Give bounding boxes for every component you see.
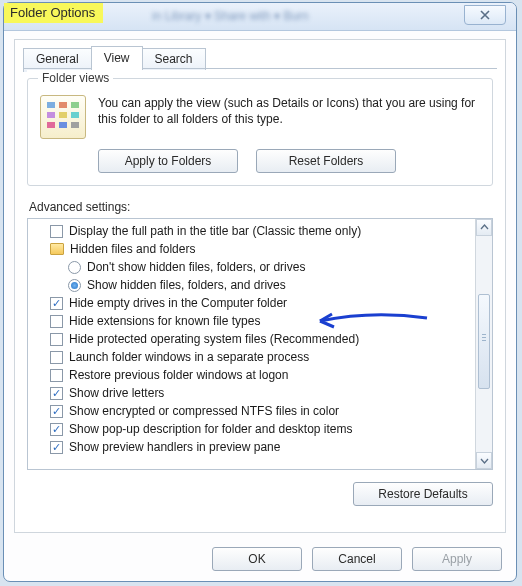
apply-button[interactable]: Apply — [412, 547, 502, 571]
list-item-label: Display the full path in the title bar (… — [69, 224, 361, 238]
list-item[interactable]: Hidden files and folders — [32, 240, 471, 258]
list-item[interactable]: Restore previous folder windows at logon — [32, 366, 471, 384]
list-item[interactable]: Hide protected operating system files (R… — [32, 330, 471, 348]
dialog-footer: OK Cancel Apply — [212, 547, 502, 571]
list-item-label: Restore previous folder windows at logon — [69, 368, 288, 382]
list-item[interactable]: Display the full path in the title bar (… — [32, 222, 471, 240]
window-title: Folder Options — [4, 3, 103, 23]
chevron-up-icon — [480, 223, 489, 232]
list-item-label: Show pop-up description for folder and d… — [69, 422, 353, 436]
chevron-down-icon — [480, 456, 489, 465]
folder-views-legend: Folder views — [38, 71, 113, 85]
radio-icon[interactable] — [68, 261, 81, 274]
list-item[interactable]: Show hidden files, folders, and drives — [32, 276, 471, 294]
list-item-label: Hide empty drives in the Computer folder — [69, 296, 287, 310]
folder-views-group: Folder views You can apply the view (suc… — [27, 78, 493, 186]
title-bar: Folder Options in Library ▾ Share with ▾… — [4, 3, 516, 31]
checkbox-icon[interactable] — [50, 297, 63, 310]
tab-view[interactable]: View — [91, 46, 143, 70]
scroll-up-button[interactable] — [476, 219, 492, 236]
checkbox-icon[interactable] — [50, 225, 63, 238]
checkbox-icon[interactable] — [50, 333, 63, 346]
folder-icon — [50, 243, 64, 255]
list-item[interactable]: Hide extensions for known file types — [32, 312, 471, 330]
advanced-settings-label: Advanced settings: — [29, 200, 493, 214]
checkbox-icon[interactable] — [50, 315, 63, 328]
dialog-window: Folder Options in Library ▾ Share with ▾… — [3, 2, 517, 582]
client-area: General View Search Folder views You can… — [14, 39, 506, 533]
checkbox-icon[interactable] — [50, 351, 63, 364]
checkbox-icon[interactable] — [50, 441, 63, 454]
tab-strip: General View Search — [23, 46, 205, 70]
list-item[interactable]: Don't show hidden files, folders, or dri… — [32, 258, 471, 276]
checkbox-icon[interactable] — [50, 369, 63, 382]
cancel-button[interactable]: Cancel — [312, 547, 402, 571]
list-item-label: Launch folder windows in a separate proc… — [69, 350, 309, 364]
folder-views-icon — [40, 95, 86, 139]
list-item[interactable]: Show preview handlers in preview pane — [32, 438, 471, 456]
radio-icon[interactable] — [68, 279, 81, 292]
tab-panel-view: Folder views You can apply the view (suc… — [27, 70, 493, 482]
folder-views-description: You can apply the view (such as Details … — [98, 95, 480, 127]
list-item[interactable]: Show encrypted or compressed NTFS files … — [32, 402, 471, 420]
list-item[interactable]: Hide empty drives in the Computer folder — [32, 294, 471, 312]
list-item-label: Don't show hidden files, folders, or dri… — [87, 260, 305, 274]
checkbox-icon[interactable] — [50, 405, 63, 418]
list-item-label: Show drive letters — [69, 386, 164, 400]
close-icon — [479, 9, 491, 21]
list-item-label: Show hidden files, folders, and drives — [87, 278, 286, 292]
list-item-label: Show encrypted or compressed NTFS files … — [69, 404, 339, 418]
close-button[interactable] — [464, 5, 506, 25]
list-item[interactable]: Launch folder windows in a separate proc… — [32, 348, 471, 366]
annotation-arrow-icon — [312, 312, 432, 330]
scroll-thumb[interactable] — [478, 294, 490, 389]
list-item-label: Hide extensions for known file types — [69, 314, 260, 328]
checkbox-icon[interactable] — [50, 387, 63, 400]
scroll-down-button[interactable] — [476, 452, 492, 469]
advanced-settings-list-inner: Display the full path in the title bar (… — [28, 219, 475, 469]
background-toolbar-blur: in Library ▾ Share with ▾ Burn — [152, 9, 406, 23]
restore-defaults-button[interactable]: Restore Defaults — [353, 482, 493, 506]
apply-to-folders-button[interactable]: Apply to Folders — [98, 149, 238, 173]
checkbox-icon[interactable] — [50, 423, 63, 436]
advanced-settings-list[interactable]: Display the full path in the title bar (… — [27, 218, 493, 470]
ok-button[interactable]: OK — [212, 547, 302, 571]
vertical-scrollbar[interactable] — [475, 219, 492, 469]
list-item[interactable]: Show drive letters — [32, 384, 471, 402]
reset-folders-button[interactable]: Reset Folders — [256, 149, 396, 173]
list-item-label: Show preview handlers in preview pane — [69, 440, 280, 454]
list-item-label: Hidden files and folders — [70, 242, 195, 256]
list-item-label: Hide protected operating system files (R… — [69, 332, 359, 346]
list-item[interactable]: Show pop-up description for folder and d… — [32, 420, 471, 438]
